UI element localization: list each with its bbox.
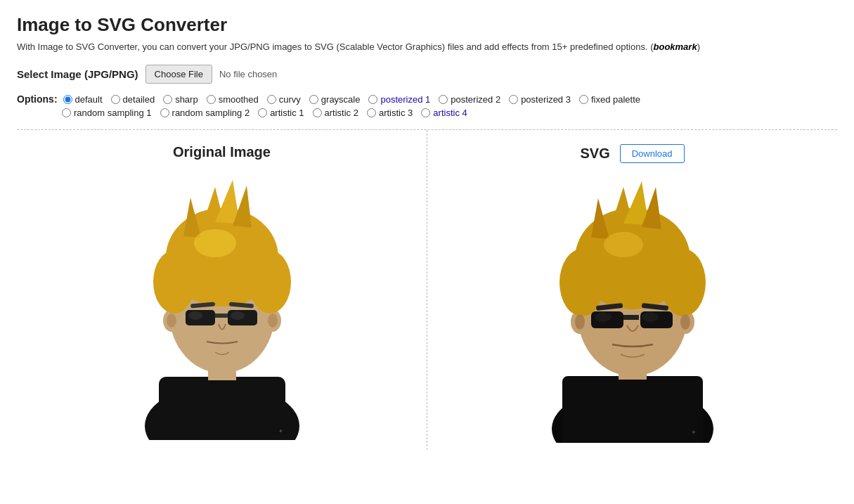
- svg-image-area: ✦: [434, 176, 830, 443]
- svg-point-20: [188, 311, 202, 320]
- option-posterized2[interactable]: posterized 2: [439, 94, 500, 105]
- option-detailed[interactable]: detailed: [111, 94, 155, 105]
- option-artistic4[interactable]: artistic 4: [421, 108, 467, 118]
- svg-text:✦: ✦: [278, 428, 283, 434]
- original-image-svg: ✦: [124, 173, 321, 440]
- no-file-text: No file chosen: [219, 69, 277, 79]
- svg-point-21: [231, 311, 245, 320]
- svg-point-46: [642, 312, 659, 322]
- svg-rect-27: [562, 376, 703, 443]
- options-label: Options:: [17, 93, 58, 105]
- svg-point-12: [153, 250, 195, 314]
- page-subtitle: With Image to SVG Converter, you can con…: [17, 41, 837, 52]
- option-artistic3[interactable]: artistic 3: [367, 108, 413, 118]
- option-artistic1[interactable]: artistic 1: [258, 108, 304, 118]
- svg-point-47: [575, 314, 585, 330]
- svg-panel-header: SVG Download: [580, 144, 684, 163]
- option-grayscale[interactable]: grayscale: [309, 94, 361, 105]
- original-panel-title: Original Image: [173, 144, 271, 160]
- option-artistic2[interactable]: artistic 2: [313, 108, 358, 118]
- svg-text:✦: ✦: [691, 429, 697, 436]
- svg-rect-19: [215, 314, 228, 318]
- option-curvy[interactable]: curvy: [267, 94, 301, 105]
- svg-point-45: [595, 312, 612, 322]
- original-image-panel: Original Image: [17, 130, 427, 450]
- svg-point-13: [249, 250, 291, 314]
- svg-point-23: [268, 314, 278, 328]
- select-image-label: Select Image (JPG/PNG): [17, 68, 138, 80]
- download-button[interactable]: Download: [620, 144, 685, 163]
- svg-point-48: [680, 314, 690, 330]
- option-smoothed[interactable]: smoothed: [207, 94, 259, 105]
- page-title: Image to SVG Converter: [17, 14, 837, 36]
- file-select-row: Select Image (JPG/PNG) Choose File No fi…: [17, 65, 837, 84]
- images-container: Original Image: [17, 130, 837, 450]
- svg-point-39: [604, 232, 643, 257]
- option-posterized3[interactable]: posterized 3: [509, 94, 571, 105]
- option-random2[interactable]: random sampling 2: [160, 108, 250, 118]
- choose-file-button[interactable]: Choose File: [145, 65, 212, 84]
- svg-rect-2: [159, 377, 285, 440]
- options-row-2: random sampling 1 random sampling 2 arti…: [62, 108, 837, 118]
- svg-point-22: [167, 314, 176, 328]
- svg-rect-44: [623, 315, 639, 320]
- option-fixed-palette[interactable]: fixed palette: [579, 94, 640, 105]
- svg-image-panel: SVG Download: [427, 130, 837, 450]
- svg-point-14: [194, 229, 236, 257]
- svg-output-image: ✦: [531, 176, 735, 443]
- option-default[interactable]: default: [63, 94, 103, 105]
- original-image-area: ✦: [24, 173, 420, 440]
- option-posterized1[interactable]: posterized 1: [368, 94, 430, 105]
- svg-panel-title: SVG: [580, 146, 609, 162]
- original-panel-header: Original Image: [173, 144, 271, 160]
- option-random1[interactable]: random sampling 1: [62, 108, 152, 118]
- option-sharp[interactable]: sharp: [163, 94, 198, 105]
- options-row-1: Options: default detailed sharp smoothed…: [17, 93, 837, 105]
